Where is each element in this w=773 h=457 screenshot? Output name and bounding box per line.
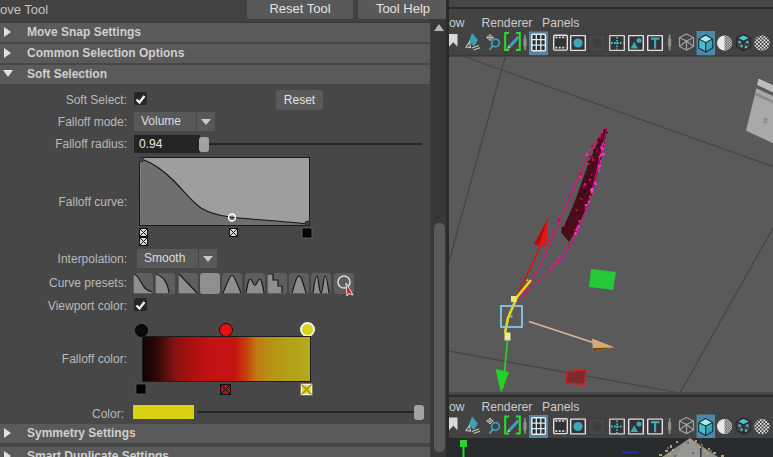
svg-text:ow: ow — [449, 16, 465, 30]
svg-text:Renderer: Renderer — [482, 400, 533, 414]
svg-text:ow: ow — [449, 400, 465, 414]
svg-text:Renderer: Renderer — [482, 16, 533, 30]
svg-text:Panels: Panels — [542, 16, 579, 30]
svg-text:Panels: Panels — [542, 400, 579, 414]
